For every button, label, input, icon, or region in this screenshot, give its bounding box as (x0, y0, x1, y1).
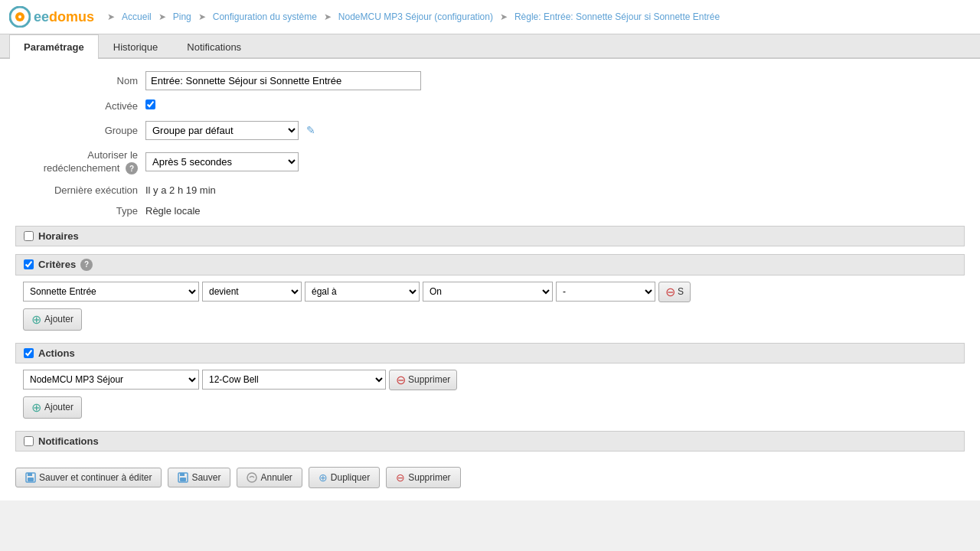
notifications-checkbox[interactable] (24, 436, 34, 446)
autoriser-select[interactable]: Après 5 secondes (145, 152, 299, 171)
criteres-checkbox[interactable] (24, 259, 34, 269)
footer-buttons: Sauver et continuer à éditer Sauver Annu… (15, 458, 965, 488)
actions-remove-button[interactable]: ⊖ Supprimer (389, 370, 457, 390)
activee-value (145, 99, 965, 112)
plus-icon-2: ⊕ (31, 400, 41, 415)
criteria-device-select[interactable]: Sonnette Entrée (23, 282, 199, 302)
autoriser-value: Après 5 secondes (145, 152, 965, 171)
type-value: Règle locale (145, 205, 965, 217)
logo-text: eedomus (34, 9, 94, 25)
section-criteres: Critères ? (15, 254, 965, 276)
tab-parametrage[interactable]: Paramétrage (9, 34, 99, 59)
save-continue-icon (25, 472, 36, 483)
top-bar: eedomus ➤ Accueil ➤ Ping ➤ Configuration… (0, 0, 980, 34)
nom-input[interactable] (145, 71, 421, 90)
save-button[interactable]: Sauver (168, 468, 230, 487)
nom-value (145, 71, 965, 90)
tab-bar: Paramétrage Historique Notifications (0, 34, 980, 59)
cancel-button[interactable]: Annuler (237, 468, 302, 487)
minus-icon-2: ⊖ (396, 373, 406, 387)
breadcrumb-arrow-4: ➤ (500, 11, 508, 22)
groupe-select[interactable]: Groupe par défaut (145, 121, 299, 140)
actions-row-0: NodeMCU MP3 Séjour 12-Cow Bell ⊖ Supprim… (15, 370, 965, 390)
breadcrumb-arrow-3: ➤ (324, 11, 332, 22)
breadcrumb-arrow-1: ➤ (158, 11, 166, 22)
tab-notifications[interactable]: Notifications (172, 34, 256, 59)
edit-groupe-icon[interactable]: ✎ (306, 124, 315, 136)
save-continue-button[interactable]: Sauver et continuer à éditer (15, 468, 162, 487)
cancel-icon (247, 472, 257, 483)
plus-icon: ⊕ (31, 312, 41, 327)
horaires-label: Horaires (38, 230, 79, 242)
derniere-exec-value: Il y a 2 h 19 min (145, 184, 965, 196)
duplicate-icon: ⊕ (318, 471, 328, 484)
form-row-activee: Activée (15, 99, 965, 112)
form-row-groupe: Groupe Groupe par défaut ✎ (15, 121, 965, 140)
svg-point-2 (18, 15, 21, 18)
breadcrumb-item-2[interactable]: Configuration du système (213, 11, 317, 22)
actions-device-select[interactable]: NodeMCU MP3 Séjour (23, 370, 199, 390)
nom-label: Nom (15, 75, 145, 86)
svg-rect-5 (28, 478, 34, 481)
groupe-value: Groupe par défaut ✎ (145, 121, 965, 140)
type-label: Type (15, 205, 145, 217)
notifications-label: Notifications (38, 435, 99, 447)
form-row-autoriser: Autoriser le redéclenchement ? Après 5 s… (15, 149, 965, 175)
save-icon (178, 472, 188, 483)
logo: eedomus (9, 6, 94, 28)
svg-rect-4 (28, 473, 32, 476)
derniere-exec-label: Dernière exécution (15, 184, 145, 196)
breadcrumb-arrow-2: ➤ (198, 11, 206, 22)
breadcrumb-item-0[interactable]: Accueil (122, 11, 152, 22)
svg-rect-8 (180, 478, 186, 481)
form-row-nom: Nom (15, 71, 965, 90)
tab-historique[interactable]: Historique (99, 34, 173, 59)
section-horaires: Horaires (15, 226, 965, 246)
criteria-remove-button[interactable]: ⊖ S (658, 282, 691, 302)
actions-label: Actions (38, 347, 75, 359)
breadcrumb-item-1[interactable]: Ping (173, 11, 191, 22)
main-content: Nom Activée Groupe Groupe par défaut ✎ A… (0, 59, 980, 500)
criteria-extra-select[interactable]: - (556, 282, 655, 302)
delete-icon: ⊖ (396, 471, 405, 484)
activee-label: Activée (15, 100, 145, 112)
groupe-label: Groupe (15, 125, 145, 136)
duplicate-button[interactable]: ⊕ Dupliquer (309, 467, 380, 488)
logo-icon (9, 6, 31, 28)
criteria-value-select[interactable]: On (423, 282, 553, 302)
breadcrumb-arrow-0: ➤ (107, 11, 115, 22)
delete-button[interactable]: ⊖ Supprimer (386, 467, 460, 488)
actions-checkbox[interactable] (24, 348, 34, 358)
criteres-label: Critères (38, 259, 76, 270)
section-actions: Actions (15, 343, 965, 364)
help-redeclenchement-icon[interactable]: ? (126, 162, 138, 174)
criteria-condition-select[interactable]: devient (202, 282, 302, 302)
help-criteres-icon[interactable]: ? (80, 259, 93, 271)
activee-checkbox[interactable] (145, 99, 155, 109)
minus-icon: ⊖ (665, 285, 675, 299)
breadcrumb-item-3[interactable]: NodeMCU MP3 Séjour (configuration) (338, 11, 493, 22)
horaires-checkbox[interactable] (24, 231, 34, 241)
svg-point-9 (247, 473, 256, 482)
actions-action-select[interactable]: 12-Cow Bell (202, 370, 386, 390)
criteria-add-button[interactable]: ⊕ Ajouter (23, 308, 82, 331)
section-notifications: Notifications (15, 431, 965, 452)
breadcrumb-item-4[interactable]: Règle: Entrée: Sonnette Séjour si Sonnet… (514, 11, 720, 22)
form-row-derniere-exec: Dernière exécution Il y a 2 h 19 min (15, 184, 965, 196)
actions-add-button[interactable]: ⊕ Ajouter (23, 396, 82, 419)
criteria-operator-select[interactable]: égal à (305, 282, 420, 302)
form-row-type: Type Règle locale (15, 205, 965, 217)
autoriser-label: Autoriser le redéclenchement ? (15, 149, 145, 175)
criteria-row-0: Sonnette Entrée devient égal à On - ⊖ S (15, 282, 965, 302)
svg-rect-7 (180, 473, 185, 476)
